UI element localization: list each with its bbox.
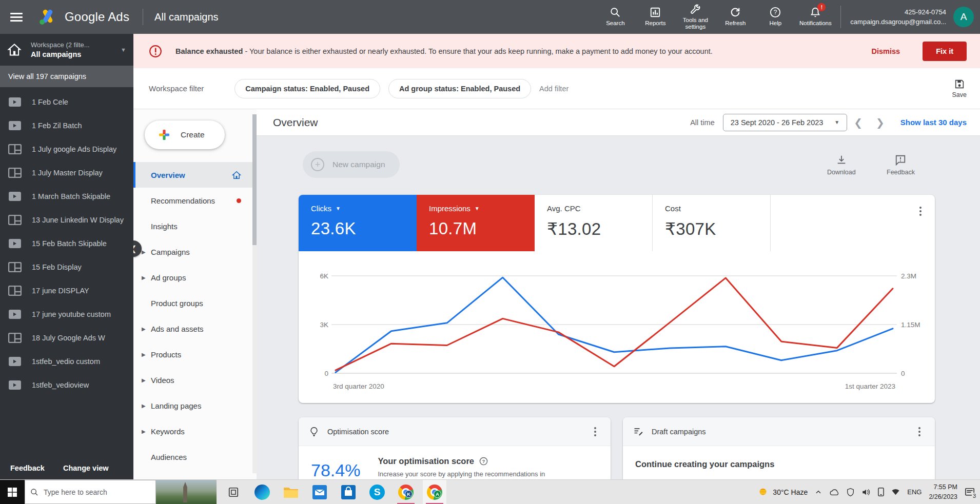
expand-caret-icon[interactable]: ▶ (142, 249, 146, 255)
taskbar-app-explorer[interactable] (279, 480, 303, 504)
taskbar-app-task-view[interactable] (222, 480, 245, 504)
nav-item-product-groups[interactable]: Product groups (133, 290, 252, 316)
topbar-notifications-button[interactable]: !Notifications (795, 0, 835, 34)
adgroup-status-filter-chip[interactable]: Ad group status: Enabled, Paused (388, 79, 531, 98)
topbar-reports-button[interactable]: Reports (635, 0, 675, 34)
campaign-list-item[interactable]: 15 Feb Display (0, 255, 133, 279)
tray-expand-icon[interactable] (815, 489, 822, 496)
metric-card-cost[interactable]: Cost₹307K (653, 195, 771, 251)
nav-item-label: Product groups (151, 299, 203, 308)
campaign-list-item[interactable]: 1 Feb Zil Batch (0, 114, 133, 137)
campaign-list-item[interactable]: 17 june youtube custom (0, 303, 133, 326)
subnav-scrollbar[interactable] (252, 114, 257, 473)
next-period-button[interactable]: ❯ (869, 116, 891, 129)
card-menu-icon[interactable] (586, 422, 604, 441)
action-center-icon[interactable]: 3 (965, 488, 975, 497)
weather-widget[interactable]: 30°C Haze (757, 487, 808, 498)
topbar-help-button[interactable]: ?Help (755, 0, 795, 34)
security-icon[interactable] (847, 488, 854, 496)
campaign-list-item[interactable]: 13 June Linkedin W Display (0, 208, 133, 232)
date: 2/26/2023 (929, 492, 957, 501)
campaign-list-item[interactable]: 17 june DISPLAY (0, 279, 133, 303)
phone-link-icon[interactable] (878, 488, 884, 496)
account-info[interactable]: 425-924-0754 campaign.dsagroup@gmail.co.… (840, 6, 980, 28)
help-circle-icon[interactable]: ? (479, 457, 488, 466)
menu-icon[interactable] (4, 5, 29, 29)
subnav-scrollbar-thumb[interactable] (252, 114, 257, 245)
topbar-refresh-button[interactable]: Refresh (715, 0, 755, 34)
metric-card-impressions[interactable]: Impressions▼10.7M (417, 195, 535, 251)
workspace-selector[interactable]: Workspace (2 filte... All campaigns ▼ (0, 34, 133, 66)
expand-caret-icon[interactable]: ▶ (142, 403, 146, 409)
language-indicator[interactable]: ENG (907, 488, 922, 496)
previous-period-button[interactable]: ❮ (847, 116, 869, 129)
card-menu-icon[interactable] (910, 422, 929, 441)
fix-it-button[interactable]: Fix it (923, 42, 967, 61)
campaign-list-item[interactable]: 1 July google Ads Display (0, 137, 133, 161)
show-last-30-days-link[interactable]: Show last 30 days (900, 118, 967, 127)
expand-caret-icon[interactable]: ▶ (142, 429, 146, 434)
campaign-list-item[interactable]: 18 July Google Ads W (0, 326, 133, 350)
chevron-down-icon[interactable]: ▼ (336, 206, 341, 211)
volume-icon[interactable] (861, 488, 871, 496)
taskbar-app-edge[interactable] (250, 480, 274, 504)
metric-card-clicks[interactable]: Clicks▼23.6K (299, 195, 417, 251)
campaign-list-item[interactable]: 15 Feb Batch Skipable (0, 232, 133, 255)
feedback-button[interactable]: Feedback (887, 154, 915, 176)
google-ads-app-window: Google Ads All campaigns SearchReportsTo… (0, 0, 980, 504)
campaign-list-item[interactable]: 1stfeb_vedio custom (0, 350, 133, 373)
taskbar-app-store[interactable] (337, 480, 360, 504)
nav-item-recommendations[interactable]: Recommendations (133, 188, 252, 213)
metric-card-avg-cpc[interactable]: Avg. CPC₹13.02 (535, 195, 653, 251)
news-widget[interactable] (156, 480, 217, 504)
nav-item-insights[interactable]: Insights (133, 213, 252, 239)
taskbar-app-skype[interactable]: S (365, 480, 389, 504)
expand-caret-icon[interactable]: ▶ (142, 326, 146, 332)
expand-caret-icon[interactable]: ▶ (142, 377, 146, 383)
add-filter-button[interactable]: Add filter (539, 85, 569, 93)
taskbar-app-mail[interactable] (308, 480, 331, 504)
network-icon[interactable] (891, 488, 900, 496)
nav-item-videos[interactable]: ▶Videos (133, 367, 252, 393)
create-button[interactable]: Create (145, 120, 225, 149)
campaign-list-item[interactable]: 1 Feb Cele (0, 90, 133, 114)
nav-item-overview[interactable]: Overview (133, 162, 252, 188)
expand-caret-icon[interactable]: ▶ (142, 352, 146, 357)
view-all-campaigns[interactable]: View all 197 campaigns (0, 66, 133, 87)
app-name: Google Ads (65, 10, 129, 24)
dismiss-button[interactable]: Dismiss (872, 47, 900, 55)
chevron-down-icon[interactable]: ▼ (475, 206, 480, 211)
avatar[interactable]: A (953, 7, 974, 27)
nav-item-keywords[interactable]: ▶Keywords (133, 418, 252, 444)
nav-item-campaigns[interactable]: ▶Campaigns (133, 239, 252, 265)
topbar-tools-button[interactable]: Tools and settings (675, 0, 715, 34)
clock[interactable]: 7:55 PM 2/26/2023 (929, 482, 957, 501)
taskbar-search-input[interactable]: Type here to search (25, 480, 156, 504)
nav-item-ads-and-assets[interactable]: ▶Ads and assets (133, 316, 252, 341)
campaign-list-item[interactable]: 1 March Batch Skipable (0, 185, 133, 208)
taskbar-app-chrome-a[interactable]: A (423, 480, 446, 504)
topbar-search-button[interactable]: Search (595, 0, 635, 34)
taskbar-app-chrome-k[interactable]: K (394, 480, 418, 504)
nav-item-audiences[interactable]: Audiences (133, 444, 252, 470)
chart-menu-icon[interactable] (911, 202, 930, 220)
nav-item-ad-groups[interactable]: ▶Ad groups (133, 265, 252, 290)
start-button[interactable] (0, 480, 25, 504)
campaign-list-item[interactable]: 1stfeb_vedioview (0, 373, 133, 397)
change-view-link[interactable]: Change view (63, 464, 109, 472)
nav-item-products[interactable]: ▶Products (133, 341, 252, 367)
onedrive-icon[interactable] (829, 489, 839, 496)
download-button[interactable]: Download (827, 154, 856, 176)
sidebar-feedback-link[interactable]: Feedback (10, 464, 45, 472)
video-campaign-icon (8, 191, 23, 201)
date-range-selector[interactable]: 23 Sept 2020 - 26 Feb 2023 ▼ (723, 114, 848, 131)
chrome-icon: K (398, 485, 414, 500)
campaign-list-item[interactable]: 1 July Master Display (0, 161, 133, 185)
campaign-status-filter-chip[interactable]: Campaign status: Enabled, Paused (234, 79, 380, 98)
save-button[interactable]: Save (952, 78, 967, 98)
nav-item-landing-pages[interactable]: ▶Landing pages (133, 393, 252, 418)
new-campaign-button[interactable]: + New campaign (303, 151, 400, 178)
overview-title: Overview (273, 116, 318, 129)
expand-caret-icon[interactable]: ▶ (142, 275, 146, 280)
google-ads-logo[interactable]: Google Ads (38, 8, 129, 26)
